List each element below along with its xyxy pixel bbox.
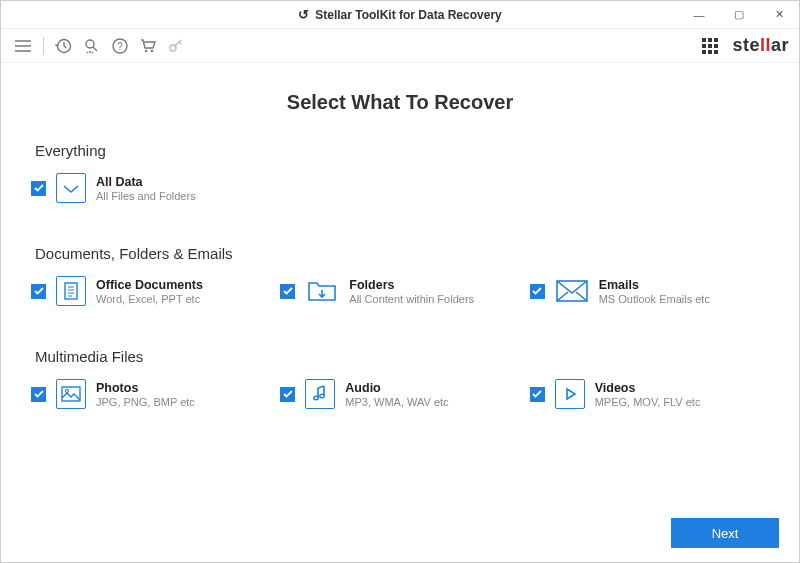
checkbox-folders[interactable] [280, 284, 295, 299]
section-multimedia: Multimedia Files Photos JPG, PNG, BMP et… [31, 348, 769, 409]
item-title: Office Documents [96, 278, 203, 292]
section-docs: Documents, Folders & Emails Office Docum… [31, 245, 769, 306]
svg-point-5 [151, 49, 153, 51]
item-all-data[interactable]: All Data All Files and Folders [31, 173, 196, 203]
search-icon[interactable] [80, 34, 104, 58]
section-title-everything: Everything [35, 142, 769, 159]
checkbox-all-data[interactable] [31, 181, 46, 196]
item-sub: Word, Excel, PPT etc [96, 293, 203, 305]
item-photos[interactable]: Photos JPG, PNG, BMP etc [31, 379, 270, 409]
photo-icon [56, 379, 86, 409]
window-title-text: Stellar ToolKit for Data Recovery [315, 8, 502, 22]
section-title-multimedia: Multimedia Files [35, 348, 769, 365]
item-sub: All Files and Folders [96, 190, 196, 202]
brand-logo: stellar [732, 35, 789, 56]
checkbox-audio[interactable] [280, 387, 295, 402]
item-title: Photos [96, 381, 195, 395]
folder-icon [305, 276, 339, 306]
item-title: Audio [345, 381, 448, 395]
item-emails[interactable]: Emails MS Outlook Emails etc [530, 276, 769, 306]
document-icon [56, 276, 86, 306]
item-title: Emails [599, 278, 710, 292]
item-videos[interactable]: Videos MPEG, MOV, FLV etc [530, 379, 769, 409]
close-button[interactable]: ✕ [759, 1, 799, 29]
svg-point-11 [314, 396, 318, 400]
svg-point-4 [145, 49, 147, 51]
svg-text:?: ? [117, 40, 123, 51]
svg-rect-9 [62, 387, 80, 401]
section-everything: Everything All Data All Files and Folder… [31, 142, 769, 203]
minimize-button[interactable]: — [679, 1, 719, 29]
item-sub: MP3, WMA, WAV etc [345, 396, 448, 408]
divider [43, 37, 44, 55]
help-icon[interactable]: ? [108, 34, 132, 58]
checkbox-emails[interactable] [530, 284, 545, 299]
maximize-button[interactable]: ▢ [719, 1, 759, 29]
item-sub: All Content within Folders [349, 293, 474, 305]
window-title: ↺ Stellar ToolKit for Data Recovery [298, 7, 502, 22]
checkbox-videos[interactable] [530, 387, 545, 402]
svg-rect-7 [65, 283, 77, 299]
content: Select What To Recover Everything All Da… [1, 63, 799, 562]
checkbox-photos[interactable] [31, 387, 46, 402]
toolbar: ? stellar [1, 29, 799, 63]
item-sub: MPEG, MOV, FLV etc [595, 396, 701, 408]
back-icon: ↺ [298, 7, 309, 22]
section-title-docs: Documents, Folders & Emails [35, 245, 769, 262]
item-title: Videos [595, 381, 701, 395]
svg-point-12 [320, 394, 324, 398]
email-icon [555, 276, 589, 306]
item-title: Folders [349, 278, 474, 292]
page-title: Select What To Recover [31, 91, 769, 114]
key-icon[interactable] [164, 34, 188, 58]
video-icon [555, 379, 585, 409]
apps-icon[interactable] [702, 38, 718, 54]
history-icon[interactable] [52, 34, 76, 58]
titlebar: ↺ Stellar ToolKit for Data Recovery — ▢ … [1, 1, 799, 29]
item-audio[interactable]: Audio MP3, WMA, WAV etc [280, 379, 519, 409]
audio-icon [305, 379, 335, 409]
item-title: All Data [96, 175, 196, 189]
item-sub: JPG, PNG, BMP etc [96, 396, 195, 408]
item-folders[interactable]: Folders All Content within Folders [280, 276, 519, 306]
item-office-documents[interactable]: Office Documents Word, Excel, PPT etc [31, 276, 270, 306]
menu-icon[interactable] [11, 34, 35, 58]
checkbox-office[interactable] [31, 284, 46, 299]
item-sub: MS Outlook Emails etc [599, 293, 710, 305]
cart-icon[interactable] [136, 34, 160, 58]
all-data-icon [56, 173, 86, 203]
svg-point-1 [86, 40, 94, 48]
next-button[interactable]: Next [671, 518, 779, 548]
